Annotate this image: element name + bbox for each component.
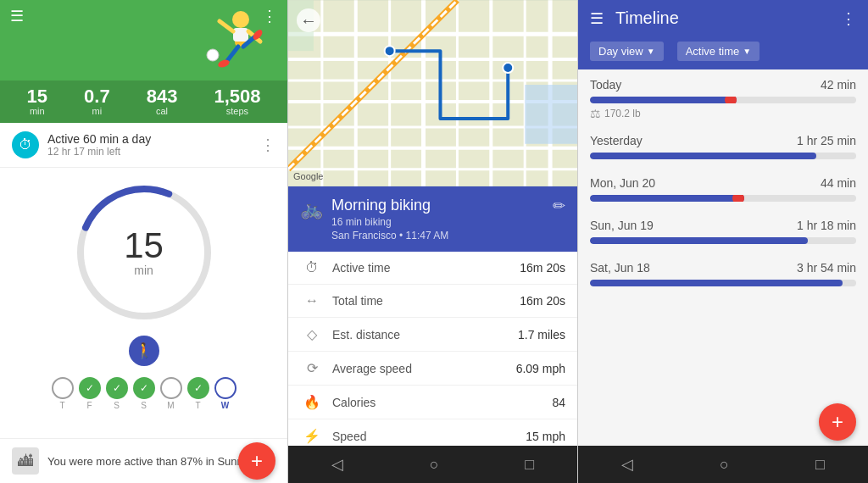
bottom-card-icon: 🏙 xyxy=(12,447,39,475)
yesterday-bar xyxy=(590,153,816,159)
activity-location: San Francisco • 11:47 AM xyxy=(331,230,553,242)
p3-filters: Day view ▼ Active time ▼ xyxy=(578,36,868,69)
day-item-s2: ✓ S xyxy=(133,377,155,410)
p3-bottom-bar: ◁ ○ □ xyxy=(578,446,868,483)
calories-value: 84 xyxy=(552,396,565,409)
hamburger-icon[interactable]: ☰ xyxy=(10,7,24,25)
figure-row: 🚶 xyxy=(129,336,159,366)
circle-section: 15 min 🚶 T ✓ F ✓ S ✓ S xyxy=(0,168,287,438)
timeline-yesterday: Yesterday 1 hr 25 min xyxy=(578,125,868,168)
day-item-m: M xyxy=(160,377,182,410)
stats-row: 15 min 0.7 mi 843 cal 1,508 steps xyxy=(0,80,287,123)
day-item-t2: ✓ T xyxy=(187,377,209,410)
stat-mi-value: 0.7 xyxy=(84,87,110,106)
p1-top-bar: ☰ xyxy=(0,0,287,32)
map-area: ← Google xyxy=(288,0,577,186)
day-letter-t2: T xyxy=(195,401,200,410)
day-item-s1: ✓ S xyxy=(106,377,128,410)
bottom-card: 🏙 You were more active than 87% in Sunny… xyxy=(0,438,287,483)
runner-illustration xyxy=(194,4,270,72)
today-bar xyxy=(590,97,737,103)
day-dot-w xyxy=(214,377,236,399)
p2-back-nav[interactable]: ◁ xyxy=(331,455,343,474)
sat-jun18-date: Sat, Jun 18 xyxy=(590,261,650,275)
day-dot-t2: ✓ xyxy=(187,377,209,399)
stat-cal-unit: cal xyxy=(147,106,178,116)
sun-jun19-duration: 1 hr 18 min xyxy=(797,219,856,232)
activity-info: Morning biking 16 min biking San Francis… xyxy=(331,197,553,242)
activity-title: Morning biking xyxy=(331,197,553,214)
active-time-icon: ⏱ xyxy=(300,260,324,275)
active-time-filter[interactable]: Active time ▼ xyxy=(677,42,760,61)
p3-fab-button[interactable]: + xyxy=(819,403,856,441)
timeline-today: Today 42 min ⚖ 170.2 lb xyxy=(578,69,868,125)
today-bar-dot xyxy=(725,97,737,103)
today-weight: ⚖ 170.2 lb xyxy=(590,107,856,120)
sat-jun18-date-row: Sat, Jun 18 3 hr 54 min xyxy=(590,261,856,275)
svg-rect-32 xyxy=(525,85,577,144)
p2-bottom-bar: ◁ ○ □ xyxy=(288,446,577,483)
fab-button[interactable]: + xyxy=(238,442,275,480)
day-item-f: ✓ F xyxy=(79,377,101,410)
distance-icon: ◇ xyxy=(300,326,324,342)
goal-icon: ⏱ xyxy=(12,131,39,158)
active-time-value: 16m 20s xyxy=(520,261,565,275)
p3-body: Today 42 min ⚖ 170.2 lb Yesterday 1 hr xyxy=(578,69,868,483)
progress-ring: 15 min xyxy=(68,176,220,329)
day-letter-m: M xyxy=(167,401,174,410)
google-label: Google xyxy=(293,171,323,181)
edit-icon[interactable]: ✏ xyxy=(553,197,565,215)
today-weight-value: 170.2 lb xyxy=(604,108,641,119)
timeline-panel: ☰ Timeline ⋮ Day view ▼ Active time ▼ To… xyxy=(578,0,868,483)
p2-recents-nav[interactable]: □ xyxy=(525,456,534,474)
sat-jun18-bar-wrap xyxy=(590,280,856,286)
today-duration: 42 min xyxy=(821,78,856,92)
day-letter-s1: S xyxy=(114,401,120,410)
avg-speed-value: 6.09 mph xyxy=(516,362,565,375)
today-date-row: Today 42 min xyxy=(590,78,856,92)
goal-more-icon[interactable]: ⋮ xyxy=(260,136,275,154)
p3-more-icon[interactable]: ⋮ xyxy=(841,9,856,28)
avg-speed-label: Average speed xyxy=(332,362,516,375)
walker-icon: 🚶 xyxy=(129,336,159,366)
calories-label: Calories xyxy=(332,396,552,409)
p3-menu-icon[interactable]: ☰ xyxy=(590,9,604,28)
back-arrow[interactable]: ← xyxy=(297,8,320,32)
goal-title: Active 60 min a day xyxy=(47,132,260,146)
day-item-t: T xyxy=(52,377,74,410)
day-item-w: W xyxy=(214,377,236,410)
stat-min-unit: min xyxy=(27,106,47,116)
total-time-value: 16m 20s xyxy=(520,294,565,308)
p3-back-nav[interactable]: ◁ xyxy=(621,455,633,474)
sun-jun19-bar-wrap xyxy=(590,237,856,244)
p3-home-nav[interactable]: ○ xyxy=(720,456,729,474)
speed-icon: ⚡ xyxy=(300,428,324,444)
mon-jun20-bar xyxy=(590,195,744,202)
goal-subtitle: 12 hr 17 min left xyxy=(47,146,260,158)
day-dot-t xyxy=(52,377,74,399)
speed-value: 15 mph xyxy=(526,430,565,443)
active-time-arrow: ▼ xyxy=(743,47,751,56)
map-svg xyxy=(288,0,577,186)
yesterday-bar-wrap xyxy=(590,153,856,159)
map-activity-panel: ← Google 🚲 Morning biking 16 min biking … xyxy=(288,0,578,483)
mon-jun20-date: Mon, Jun 20 xyxy=(590,176,655,190)
day-view-filter[interactable]: Day view ▼ xyxy=(590,42,664,61)
ring-center: 15 min xyxy=(124,228,164,277)
metrics-list: ⏱ Active time 16m 20s ↔ Total time 16m 2… xyxy=(288,252,577,446)
panel1-header: ☰ xyxy=(0,0,287,123)
activity-card: 🚲 Morning biking 16 min biking San Franc… xyxy=(288,186,577,252)
day-dot-m xyxy=(160,377,182,399)
p3-recents-nav[interactable]: □ xyxy=(815,456,825,474)
fitness-panel: ☰ xyxy=(0,0,288,483)
p2-home-nav[interactable]: ○ xyxy=(430,456,439,474)
day-letter-w: W xyxy=(221,401,229,410)
distance-label: Est. distance xyxy=(332,328,518,341)
day-dot-f: ✓ xyxy=(79,377,101,399)
metric-calories: 🔥 Calories 84 xyxy=(288,386,577,419)
svg-rect-2 xyxy=(233,28,248,42)
mon-jun20-bar-wrap xyxy=(590,195,856,202)
stat-steps-unit: steps xyxy=(214,106,260,116)
day-view-label: Day view xyxy=(598,45,643,58)
goal-text: Active 60 min a day 12 hr 17 min left xyxy=(47,132,260,158)
